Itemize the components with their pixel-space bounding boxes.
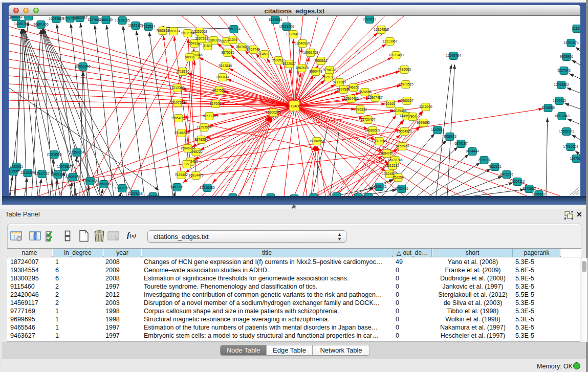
svg-text:10655287: 10655287 [72,16,88,19]
svg-text:6466160: 6466160 [99,18,113,21]
svg-text:11156829: 11156829 [20,171,35,174]
svg-text:14055721: 14055721 [14,22,29,26]
svg-text:20364436: 20364436 [343,97,359,100]
svg-text:15692971: 15692971 [559,129,574,133]
svg-text:16648784: 16648784 [446,54,461,57]
svg-text:17359924: 17359924 [69,150,84,154]
svg-text:7663822: 7663822 [156,29,169,32]
svg-text:252254: 252254 [393,176,404,179]
svg-text:98901: 98901 [185,55,195,59]
svg-text:1615132: 1615132 [386,164,399,167]
svg-text:26053346: 26053346 [75,64,91,68]
svg-text:10973493: 10973493 [388,53,404,57]
svg-text:13325419: 13325419 [286,32,301,36]
svg-text:9329906: 9329906 [560,55,573,58]
svg-text:10654112: 10654112 [510,180,525,183]
svg-text:10807487: 10807487 [367,96,383,99]
svg-text:9684067: 9684067 [380,151,394,155]
svg-text:1733426: 1733426 [395,187,408,190]
svg-text:62160: 62160 [386,102,396,105]
svg-text:19654923: 19654923 [171,116,186,120]
svg-text:8471676: 8471676 [500,172,513,176]
svg-text:9474444: 9474444 [466,149,479,153]
svg-text:10375857: 10375857 [57,165,72,168]
svg-text:1621072: 1621072 [322,75,335,79]
svg-text:11353594: 11353594 [197,125,212,129]
svg-text:9699695: 9699695 [417,121,430,124]
svg-text:7955812: 7955812 [314,59,328,62]
svg-text:817006: 817006 [210,102,221,105]
svg-text:1244415: 1244415 [553,99,566,102]
svg-text:20691406: 20691406 [33,23,49,26]
svg-text:3227508: 3227508 [195,37,208,40]
svg-text:9756928: 9756928 [396,144,409,148]
svg-text:12973515: 12973515 [398,82,413,86]
svg-text:11451194: 11451194 [51,172,66,176]
svg-text:11546: 11546 [228,38,237,41]
svg-text:746266: 746266 [348,85,359,89]
svg-text:15046766: 15046766 [180,146,195,150]
svg-text:9777169: 9777169 [333,80,346,84]
svg-text:391594: 391594 [9,169,19,173]
svg-text:1282344: 1282344 [264,195,277,196]
svg-text:14196141: 14196141 [372,185,387,188]
svg-text:19384554: 19384554 [309,139,324,143]
svg-text:1362615: 1362615 [295,66,309,70]
svg-text:7904: 7904 [409,115,417,118]
svg-text:19166825: 19166825 [174,131,189,135]
svg-text:12213967: 12213967 [382,39,398,43]
svg-text:2803144: 2803144 [216,75,229,79]
svg-text:7386322: 7386322 [354,107,367,111]
svg-text:19654923: 19654923 [397,129,412,133]
svg-text:15720407: 15720407 [360,118,376,121]
svg-text:16120746: 16120746 [387,158,403,162]
svg-text:9245652: 9245652 [522,187,536,190]
svg-text:8427552: 8427552 [212,89,226,92]
svg-text:9115460: 9115460 [419,105,432,108]
svg-text:8938923: 8938923 [443,135,456,138]
svg-text:18807249: 18807249 [372,139,387,143]
svg-text:16154808: 16154808 [374,28,389,31]
svg-text:9146821: 9146821 [258,52,271,56]
svg-text:12093832: 12093832 [554,83,569,86]
svg-text:9245682: 9245682 [532,192,546,196]
svg-text:1588520: 1588520 [272,58,285,62]
svg-text:8878354: 8878354 [194,138,208,141]
svg-text:18724007: 18724007 [286,104,302,108]
svg-text:9227343: 9227343 [557,69,571,72]
svg-text:1640954: 1640954 [431,128,444,132]
svg-text:1292344: 1292344 [146,194,160,196]
svg-text:5322037: 5322037 [282,62,296,65]
svg-text:16782759: 16782759 [115,186,130,190]
svg-text:9242848: 9242848 [219,64,232,68]
svg-text:2935114: 2935114 [477,158,491,162]
svg-text:8454749: 8454749 [247,48,260,51]
svg-text:7515524: 7515524 [142,25,155,28]
svg-text:12942757: 12942757 [34,172,50,176]
svg-text:8990448: 8990448 [309,70,322,73]
svg-text:16914479: 16914479 [188,173,204,177]
svg-text:127: 127 [184,162,189,166]
svg-text:12505135: 12505135 [65,175,80,179]
svg-text:8215955: 8215955 [541,106,555,110]
svg-text:8267130: 8267130 [203,114,216,118]
svg-text:16671355: 16671355 [128,24,143,27]
svg-text:12213383: 12213383 [169,86,185,90]
svg-text:16961758: 16961758 [303,51,318,54]
svg-text:8186328: 8186328 [207,38,221,42]
svg-text:17957275: 17957275 [82,179,98,183]
svg-text:18640910: 18640910 [295,41,310,45]
svg-text:8813054: 8813054 [269,18,282,21]
svg-text:2087682: 2087682 [363,17,376,21]
svg-text:7357274: 7357274 [227,27,241,31]
svg-text:3875685: 3875685 [221,51,234,54]
svg-text:19218506: 19218506 [279,25,294,28]
svg-text:15300275: 15300275 [266,111,281,114]
svg-text:9794028: 9794028 [323,68,336,72]
svg-text:16033809: 16033809 [49,17,64,20]
svg-text:1905572: 1905572 [9,16,23,18]
svg-text:20206556: 20206556 [47,152,62,156]
svg-text:31802: 31802 [203,44,213,48]
svg-text:1167534: 1167534 [570,157,580,160]
svg-text:15226058: 15226058 [192,30,207,33]
